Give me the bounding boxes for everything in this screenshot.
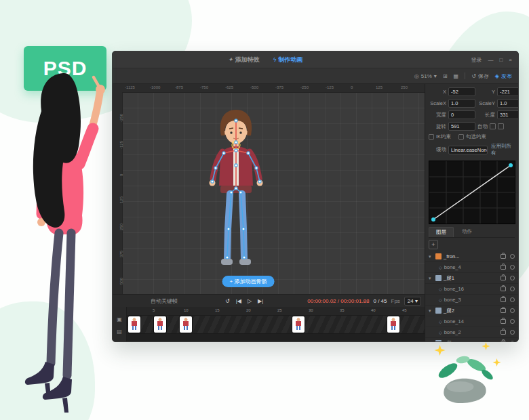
layer-bone-row[interactable]: ◇ bone_4 bbox=[425, 262, 518, 273]
tab-make-animation-label: 制作动画 bbox=[278, 56, 302, 64]
easing-curve-editor[interactable] bbox=[429, 161, 515, 224]
curve-start-handle[interactable] bbox=[431, 217, 435, 222]
layer-name: bone_2 bbox=[444, 329, 461, 335]
ruler-label: -1125 bbox=[125, 85, 135, 89]
tab-layers[interactable]: 图层 bbox=[429, 227, 454, 237]
frame-label: 30 bbox=[309, 308, 313, 312]
link-toggle-icon[interactable] bbox=[498, 123, 504, 129]
layer-bone-row[interactable]: ◇ bone_2 bbox=[425, 327, 518, 338]
zoom-control[interactable]: ◎ 51% ▾ bbox=[414, 73, 437, 79]
visibility-icon[interactable] bbox=[510, 265, 515, 270]
layer-group-row[interactable]: ▾ _fron... bbox=[425, 251, 518, 262]
timeline-ruler[interactable]: 5 10 15 20 25 30 35 40 45 bbox=[127, 307, 425, 316]
add-bone-button[interactable]: + 添加动画骨骼 bbox=[222, 276, 275, 287]
bone-icon: ◇ bbox=[439, 265, 442, 270]
caret-down-icon[interactable]: ▾ bbox=[429, 254, 433, 259]
play-icon[interactable]: ▷ bbox=[248, 298, 252, 304]
auto-keyframe-toggle[interactable]: 自动关键帧 bbox=[151, 297, 178, 305]
keyframe-thumbnail[interactable] bbox=[154, 316, 166, 333]
caret-down-icon[interactable]: ▾ bbox=[429, 308, 433, 314]
lock-icon[interactable] bbox=[501, 297, 506, 302]
canvas-area: -1125 -1000 -875 -750 -625 -500 -375 -25… bbox=[113, 84, 425, 294]
publish-button[interactable]: ◈ 发布 bbox=[495, 72, 512, 80]
layer-bone-row[interactable]: ◇ bone_14 bbox=[425, 316, 518, 327]
keyframe-thumbnail[interactable] bbox=[387, 316, 399, 333]
animation-canvas[interactable]: + 添加动画骨骼 bbox=[122, 92, 425, 294]
apply-to-all-link[interactable]: 应用到所有 bbox=[491, 143, 515, 156]
ik-left-label: IK约束 bbox=[436, 133, 451, 140]
add-canvas-icon[interactable]: ⊞ bbox=[443, 73, 448, 79]
frame-label: 35 bbox=[340, 308, 345, 312]
ik-select-checkbox[interactable] bbox=[458, 134, 464, 140]
save-button[interactable]: ↺ 保存 bbox=[471, 72, 489, 80]
auto-toggle-icon[interactable] bbox=[490, 123, 496, 129]
lock-icon[interactable] bbox=[501, 265, 506, 270]
ik-checkbox[interactable] bbox=[429, 134, 434, 140]
x-input[interactable]: -52 bbox=[448, 87, 475, 96]
woman-legs bbox=[51, 233, 71, 375]
keyframe-thumbnail[interactable] bbox=[292, 316, 305, 333]
login-link[interactable]: 登录 bbox=[471, 56, 482, 64]
width-input[interactable]: 0 bbox=[448, 110, 475, 119]
toolbar: ◎ 51% ▾ ⊞ ▦ ↺ 保存 ◈ 发布 bbox=[113, 68, 518, 84]
lock-icon[interactable] bbox=[501, 276, 506, 280]
plant-illustration bbox=[426, 342, 504, 410]
prev-frame-icon[interactable]: |◀ bbox=[236, 298, 241, 304]
character-rig[interactable] bbox=[202, 107, 270, 282]
curve-end-handle[interactable] bbox=[509, 163, 513, 167]
y-input[interactable]: -221 bbox=[497, 87, 519, 96]
fps-label: Fps bbox=[391, 298, 400, 304]
visibility-icon[interactable] bbox=[510, 254, 515, 259]
ruler-label: 375 bbox=[119, 251, 123, 257]
easing-select[interactable]: Linear.easeNone bbox=[448, 146, 488, 154]
length-input[interactable]: 331 bbox=[497, 110, 519, 119]
ruler-label: 250 bbox=[401, 85, 408, 89]
visibility-icon[interactable] bbox=[510, 341, 515, 342]
scalex-input[interactable]: 1.0 bbox=[448, 99, 475, 108]
layer-group-row[interactable]: ▾ _腿2 bbox=[425, 306, 518, 316]
y-label: Y bbox=[477, 89, 495, 95]
inspector-panel: X -52 Y -221 ScaleX 1.0 ScaleY 1.0 宽度 0 … bbox=[425, 84, 518, 342]
titlebar-tabs: ✦ 添加特效 ϟ 制作动画 bbox=[228, 56, 302, 64]
lock-icon[interactable] bbox=[501, 330, 506, 335]
next-frame-icon[interactable]: ▶| bbox=[258, 298, 263, 304]
keyframe-track[interactable] bbox=[127, 316, 425, 333]
layer-bone-row[interactable]: ◇ bone_3 bbox=[425, 295, 518, 306]
loop-icon[interactable]: ↺ bbox=[225, 298, 230, 304]
add-layer-button[interactable]: + bbox=[429, 240, 438, 249]
tab-actions[interactable]: 动作 bbox=[455, 227, 479, 237]
minimize-icon[interactable]: — bbox=[488, 57, 493, 63]
frame-label: 45 bbox=[402, 308, 407, 312]
layer-name: bone_4 bbox=[444, 264, 461, 270]
tab-add-effects[interactable]: ✦ 添加特效 bbox=[228, 56, 260, 64]
close-icon[interactable]: × bbox=[509, 57, 512, 63]
layer-bone-row[interactable]: ◇ bone_16 bbox=[425, 284, 518, 295]
magnifier-icon: ◎ bbox=[414, 73, 419, 79]
maximize-icon[interactable]: □ bbox=[499, 57, 503, 63]
grid-toggle-icon[interactable]: ▦ bbox=[454, 73, 459, 79]
lock-icon[interactable] bbox=[501, 308, 506, 313]
layer-group-row[interactable]: ▾ _腿1 bbox=[425, 273, 518, 284]
ruler-label: -375 bbox=[275, 85, 283, 89]
frame-label: 15 bbox=[215, 308, 220, 312]
keyframe-thumbnail[interactable] bbox=[180, 316, 192, 333]
visibility-icon[interactable] bbox=[510, 287, 515, 291]
fps-select[interactable]: 24 ▾ bbox=[404, 297, 421, 306]
scaley-input[interactable]: 1.0 bbox=[497, 99, 519, 108]
caret-down-icon[interactable]: ▾ bbox=[429, 276, 433, 281]
lock-icon[interactable] bbox=[501, 287, 506, 291]
frame-label: 10 bbox=[184, 308, 189, 312]
visibility-icon[interactable] bbox=[510, 308, 515, 313]
visibility-icon[interactable] bbox=[510, 276, 515, 280]
visibility-icon[interactable] bbox=[510, 297, 515, 302]
rotation-input[interactable]: 591 bbox=[448, 122, 475, 131]
lock-icon[interactable] bbox=[501, 319, 506, 324]
visibility-icon[interactable] bbox=[510, 319, 515, 324]
tab-make-animation[interactable]: ϟ 制作动画 bbox=[273, 56, 303, 64]
visibility-icon[interactable] bbox=[510, 330, 515, 335]
lock-icon[interactable] bbox=[501, 254, 506, 259]
time-readout: 00:00:00.02 / 00:00:01.88 0 / 45 Fps 24 … bbox=[307, 297, 425, 306]
zoom-level: 51% bbox=[421, 73, 432, 79]
woman-illustration bbox=[3, 61, 146, 420]
timeline-subtrack[interactable] bbox=[127, 333, 425, 342]
